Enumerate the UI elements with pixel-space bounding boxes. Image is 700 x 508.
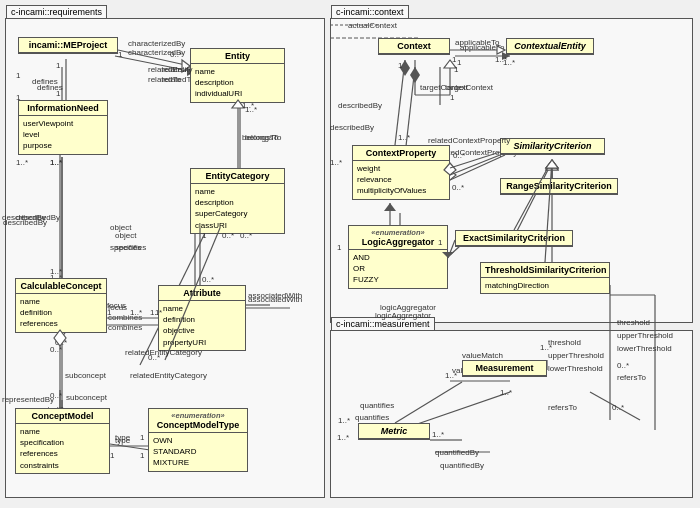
class-conceptmodeltype-attrs: OWNSTANDARDMIXTURE bbox=[149, 433, 247, 471]
class-context: Context bbox=[378, 38, 450, 55]
pkg-measurement: c-incami::measurement bbox=[330, 330, 693, 498]
class-logicaggregator-name: «enumeration» LogicAggregator bbox=[349, 226, 447, 250]
class-thresholdsimilaritycriterion-name: ThresholdSimilarityCriterion bbox=[481, 263, 609, 278]
class-contextproperty-name: ContextProperty bbox=[353, 146, 449, 161]
class-meproject: incami::MEProject bbox=[18, 37, 118, 54]
class-conceptmodel-name: ConceptModel bbox=[16, 409, 109, 424]
class-conceptmodel: ConceptModel namespecificationreferences… bbox=[15, 408, 110, 474]
class-entity: Entity namedescriptionindividualURI bbox=[190, 48, 285, 103]
class-metric-name: Metric bbox=[359, 424, 429, 439]
class-calculableconcept: CalculableConcept namedefinitionreferenc… bbox=[15, 278, 107, 333]
class-informationneed-name: InformationNeed bbox=[19, 101, 107, 116]
class-exactsimilaritycriterion: ExactSimilarityCriterion bbox=[455, 230, 573, 247]
class-calculableconcept-name: CalculableConcept bbox=[16, 279, 106, 294]
class-entitycategory: EntityCategory namedescriptionsuperCateg… bbox=[190, 168, 285, 234]
class-informationneed-attrs: userViewpointlevelpurpose bbox=[19, 116, 107, 154]
pkg-context-label: c-incami::context bbox=[331, 5, 409, 19]
pkg-requirements-label: c-incami::requirements bbox=[6, 5, 107, 19]
class-logicaggregator: «enumeration» LogicAggregator ANDORFUZZY bbox=[348, 225, 448, 289]
class-similaritycriterion: SimilarityCriterion bbox=[500, 138, 605, 155]
class-contextualentity: ContextualEntity bbox=[506, 38, 594, 55]
class-calculableconcept-attrs: namedefinitionreferences bbox=[16, 294, 106, 332]
class-rangesimilaritycriterion: RangeSimilarityCriterion bbox=[500, 178, 618, 195]
class-conceptmodeltype-name: «enumeration» ConceptModelType bbox=[149, 409, 247, 433]
class-measurement: Measurement bbox=[462, 360, 547, 377]
class-conceptmodel-attrs: namespecificationreferencesconstraints bbox=[16, 424, 109, 473]
class-meproject-name: incami::MEProject bbox=[19, 38, 117, 53]
class-contextualentity-name: ContextualEntity bbox=[507, 39, 593, 54]
class-entity-name: Entity bbox=[191, 49, 284, 64]
class-informationneed: InformationNeed userViewpointlevelpurpos… bbox=[18, 100, 108, 155]
class-attribute-name: Attribute bbox=[159, 286, 245, 301]
class-metric: Metric bbox=[358, 423, 430, 440]
class-entitycategory-attrs: namedescriptionsuperCategoryclassURI bbox=[191, 184, 284, 233]
class-thresholdsimilaritycriterion-attrs: matchingDirection bbox=[481, 278, 609, 293]
class-attribute: Attribute namedefinitionobjectivepropert… bbox=[158, 285, 246, 351]
class-rangesimilaritycriterion-name: RangeSimilarityCriterion bbox=[501, 179, 617, 194]
class-contextproperty: ContextProperty weightrelevancemultiplic… bbox=[352, 145, 450, 200]
class-entitycategory-name: EntityCategory bbox=[191, 169, 284, 184]
class-conceptmodeltype: «enumeration» ConceptModelType OWNSTANDA… bbox=[148, 408, 248, 472]
class-contextproperty-attrs: weightrelevancemultiplicityOfValues bbox=[353, 161, 449, 199]
class-logicaggregator-attrs: ANDORFUZZY bbox=[349, 250, 447, 288]
class-similaritycriterion-name: SimilarityCriterion bbox=[501, 139, 604, 154]
diagram: c-incami::requirements c-incami::context… bbox=[0, 0, 700, 508]
class-thresholdsimilaritycriterion: ThresholdSimilarityCriterion matchingDir… bbox=[480, 262, 610, 294]
class-measurement-name: Measurement bbox=[463, 361, 546, 376]
class-exactsimilaritycriterion-name: ExactSimilarityCriterion bbox=[456, 231, 572, 246]
class-entity-attrs: namedescriptionindividualURI bbox=[191, 64, 284, 102]
class-attribute-attrs: namedefinitionobjectivepropertyURI bbox=[159, 301, 245, 350]
pkg-measurement-label: c-incami::measurement bbox=[331, 317, 435, 331]
class-context-name: Context bbox=[379, 39, 449, 54]
